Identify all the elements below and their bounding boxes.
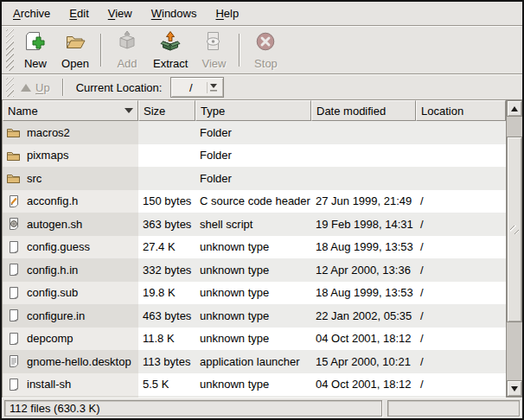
- view-button: View: [194, 29, 233, 73]
- file-size: 11.8 K: [138, 328, 195, 351]
- table-row[interactable]: acconfig.h 150 bytes C source code heade…: [3, 190, 506, 213]
- table-row[interactable]: config.sub 19.8 K unknown type 18 Aug 19…: [3, 282, 506, 305]
- file-date: [311, 121, 416, 144]
- file-name-cell: src: [3, 167, 138, 190]
- file-location: /: [416, 213, 506, 236]
- up-arrow-icon: [21, 84, 31, 92]
- table-row[interactable]: depcomp 11.8 K unknown type 04 Oct 2001,…: [3, 328, 506, 351]
- toolbar-separator: [100, 34, 102, 67]
- file-name-cell: install-sh: [3, 373, 138, 397]
- file-name: macros2: [27, 126, 70, 139]
- folder-icon: [6, 125, 21, 140]
- file-name: configure.in: [27, 309, 85, 322]
- add-button: Add: [107, 29, 147, 73]
- add-files-icon: [116, 30, 138, 55]
- file-size: 150 bytes: [138, 190, 195, 213]
- file-date: [311, 167, 416, 190]
- new-archive-icon: [24, 30, 47, 55]
- file-name-cell: pixmaps: [3, 144, 138, 168]
- file-type: Folder: [195, 121, 311, 144]
- file-type: unknown type: [195, 328, 311, 351]
- file-name: pixmaps: [27, 149, 68, 162]
- scroll-up-button[interactable]: [507, 100, 522, 117]
- current-location-label: Current Location:: [76, 81, 163, 94]
- folder-icon: [6, 171, 21, 186]
- file-location: /: [416, 258, 506, 282]
- toolbar-drag-handle[interactable]: [6, 29, 14, 71]
- new-button[interactable]: New: [16, 29, 55, 73]
- column-header-type[interactable]: Type: [195, 100, 311, 121]
- file-type: unknown type: [195, 282, 311, 305]
- file-date: 04 Oct 2001, 18:12: [311, 328, 416, 351]
- column-header-date-modified[interactable]: Date modified: [311, 100, 416, 121]
- menu-view[interactable]: View: [99, 3, 142, 23]
- file-type: application launcher: [195, 350, 311, 373]
- file-name: install-sh: [27, 378, 71, 391]
- text-file-icon: [6, 354, 21, 369]
- file-location: [416, 396, 506, 398]
- file-name: src: [27, 172, 42, 185]
- table-row[interactable]: autogen.sh 363 bytes shell script 19 Feb…: [3, 213, 506, 236]
- file-size: [138, 121, 195, 144]
- table-row[interactable]: pixmaps Folder: [3, 144, 506, 168]
- table-row[interactable]: config.h.in 332 bytes unknown type 12 Ap…: [3, 258, 506, 282]
- file-location: /: [416, 304, 506, 328]
- scrollbar-thumb[interactable]: [507, 137, 522, 322]
- file-name-cell: macros2: [3, 121, 138, 144]
- file-name: depcomp: [27, 332, 73, 345]
- file-location: /: [416, 328, 506, 351]
- status-message-frame: 112 files (630.3 K): [4, 400, 382, 417]
- table-row[interactable]: [3, 396, 506, 398]
- menu-help[interactable]: Help: [206, 3, 248, 23]
- file-location: /: [416, 373, 506, 397]
- table-row[interactable]: config.guess 27.4 K unknown type 18 Aug …: [3, 236, 506, 259]
- file-location: /: [416, 190, 506, 213]
- open-button[interactable]: Open: [55, 29, 95, 73]
- location-bar-drag-handle[interactable]: [6, 78, 14, 97]
- column-header-size[interactable]: Size: [138, 100, 195, 121]
- table-row[interactable]: gnome-hello.desktop 113 bytes applicatio…: [3, 350, 506, 373]
- file-list-area: Name Size Type Date modified Location ma…: [2, 99, 522, 398]
- stop-icon: [254, 30, 277, 55]
- table-row[interactable]: src Folder: [3, 167, 506, 190]
- file-size: 19.8 K: [138, 282, 195, 305]
- location-combo[interactable]: /: [170, 77, 224, 98]
- scroll-down-button[interactable]: [507, 380, 522, 397]
- column-header-location[interactable]: Location: [416, 100, 506, 121]
- file-size: [138, 144, 195, 168]
- column-header-row: Name Size Type Date modified Location: [3, 100, 506, 121]
- file-location: [416, 144, 506, 168]
- file-date: 04 Oct 2001, 18:12: [311, 373, 416, 397]
- file-size: 363 bytes: [138, 213, 195, 236]
- scroll-up-icon: [511, 106, 518, 111]
- stop-button: Stop: [246, 29, 285, 73]
- table-row[interactable]: macros2 Folder: [3, 121, 506, 144]
- file-name-cell: [3, 396, 138, 398]
- file-type: unknown type: [195, 304, 311, 328]
- toolbar: New Open Add Extract: [2, 27, 522, 73]
- file-size: [138, 167, 195, 190]
- file-name: acconfig.h: [27, 194, 78, 207]
- file-location: /: [416, 350, 506, 373]
- extract-button[interactable]: Extract: [147, 29, 194, 73]
- plain-file-icon: [6, 309, 21, 323]
- menu-windows[interactable]: Windows: [142, 3, 207, 23]
- menu-archive[interactable]: Archive: [3, 3, 60, 23]
- file-size: 27.4 K: [138, 236, 195, 259]
- menu-edit[interactable]: Edit: [60, 3, 98, 23]
- file-name-cell: autogen.sh: [3, 213, 138, 236]
- extract-icon: [159, 30, 182, 55]
- table-row[interactable]: configure.in 463 bytes unknown type 22 J…: [3, 304, 506, 328]
- file-name-cell: gnome-hello.desktop: [3, 350, 138, 373]
- file-type: shell script: [195, 213, 311, 236]
- file-date: 27 Jun 1999, 21:49: [311, 190, 416, 213]
- vertical-scrollbar[interactable]: [506, 99, 522, 398]
- file-name-cell: acconfig.h: [3, 190, 138, 213]
- menubar: Archive Edit View Windows Help: [2, 2, 522, 25]
- file-name-cell: depcomp: [3, 328, 138, 351]
- table-row[interactable]: install-sh 5.5 K unknown type 04 Oct 200…: [3, 373, 506, 397]
- file-date: 18 Aug 1999, 13:53: [311, 236, 416, 259]
- combo-dropdown-icon[interactable]: [207, 82, 220, 93]
- column-header-name[interactable]: Name: [3, 100, 138, 121]
- plain-file-icon: [6, 377, 21, 391]
